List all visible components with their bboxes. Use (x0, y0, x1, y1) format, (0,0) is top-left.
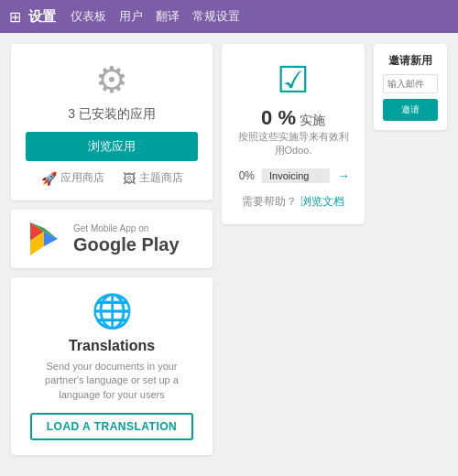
play-text: Get Mobile App on Google Play (73, 223, 180, 255)
translations-card: 🌐 Translations Send your documents in yo… (11, 277, 213, 455)
invite-button[interactable]: 邀请 (383, 99, 438, 121)
progress-suffix: 实施 (300, 113, 325, 129)
topbar: ⊞ 设置 仪表板 用户 翻译 常规设置 (0, 0, 458, 33)
help-link-container: 需要帮助？ 浏览文档 (236, 194, 350, 210)
right-column: 邀请新用 邀请 (374, 44, 447, 465)
progress-item-percent: 0% (236, 169, 255, 182)
google-play-icon (26, 221, 62, 257)
store-links: 🚀 应用商店 🖼 主题商店 (26, 170, 198, 186)
theme-store-link[interactable]: 🖼 主题商店 (123, 170, 183, 186)
progress-percent: 0 % (261, 106, 296, 130)
theme-store-label: 主题商店 (139, 170, 183, 186)
google-play-label: Google Play (73, 233, 180, 255)
translations-desc: Send your documents in your partner's la… (26, 360, 198, 402)
grid-icon: ⊞ (9, 8, 21, 26)
translations-title: Translations (26, 338, 198, 354)
progress-item: 0% Invoicing → (236, 168, 350, 183)
progress-card: ☑ 0 % 实施 按照这些实施导来有效利用Odoo. 0% Invoicing … (222, 44, 365, 224)
middle-column: ☑ 0 % 实施 按照这些实施导来有效利用Odoo. 0% Invoicing … (222, 44, 365, 465)
app-store-label: 应用商店 (60, 170, 104, 186)
browse-docs-link[interactable]: 浏览文档 (300, 195, 344, 208)
nav-item-dashboard[interactable]: 仪表板 (71, 8, 106, 25)
google-play-card[interactable]: Get Mobile App on Google Play (11, 210, 213, 268)
progress-bar-container: Invoicing (262, 168, 330, 183)
installed-apps-card: ⚙ 3 已安装的应用 浏览应用 🚀 应用商店 🖼 主题商店 (11, 44, 213, 200)
nav-item-users[interactable]: 用户 (119, 8, 143, 25)
topbar-title: 设置 (28, 8, 56, 26)
globe-icon: 🌐 (26, 292, 198, 330)
rocket-icon: 🚀 (41, 171, 57, 186)
gear-icon: ⚙ (26, 59, 198, 101)
progress-description: 按照这些实施导来有效利用Odoo. (236, 130, 350, 157)
load-translation-button[interactable]: LOAD A TRANSLATION (30, 413, 194, 440)
progress-arrow-icon[interactable]: → (337, 168, 350, 183)
installed-count: 3 已安装的应用 (26, 106, 198, 123)
invite-email-input[interactable] (383, 74, 438, 93)
help-text: 需要帮助？ (242, 195, 297, 208)
app-store-link[interactable]: 🚀 应用商店 (41, 170, 104, 186)
main-content: ⚙ 3 已安装的应用 浏览应用 🚀 应用商店 🖼 主题商店 (0, 33, 458, 476)
invite-title: 邀请新用 (383, 53, 438, 69)
invite-card: 邀请新用 邀请 (374, 44, 447, 130)
topbar-nav: 仪表板 用户 翻译 常规设置 (71, 8, 240, 25)
check-icon: ☑ (236, 59, 350, 101)
browse-apps-button[interactable]: 浏览应用 (26, 132, 198, 161)
get-app-label: Get Mobile App on (73, 223, 180, 233)
nav-item-general[interactable]: 常规设置 (192, 8, 240, 25)
progress-bar-text: Invoicing (269, 170, 309, 181)
nav-item-translations[interactable]: 翻译 (156, 8, 180, 25)
photo-icon: 🖼 (123, 171, 136, 186)
left-column: ⚙ 3 已安装的应用 浏览应用 🚀 应用商店 🖼 主题商店 (11, 44, 213, 465)
